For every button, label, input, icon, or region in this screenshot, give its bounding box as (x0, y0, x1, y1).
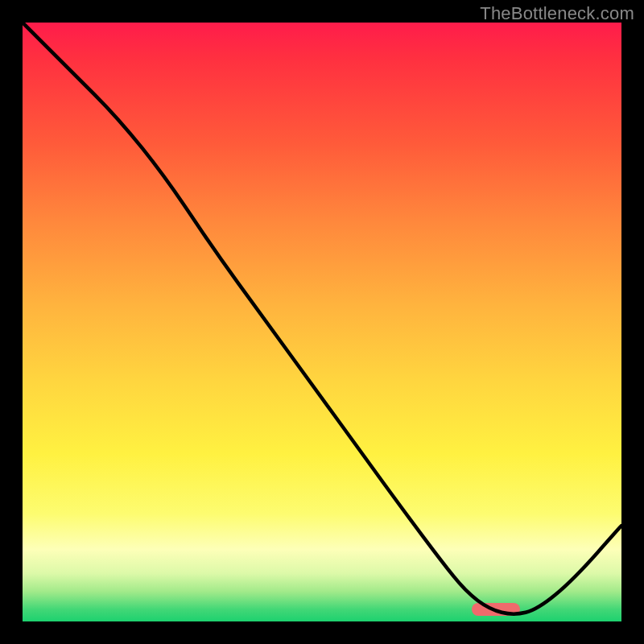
bottleneck-curve-path (23, 23, 621, 614)
chart-plot-area (23, 23, 621, 621)
attribution-text: TheBottleneck.com (480, 3, 634, 24)
bottleneck-curve-svg (23, 23, 621, 621)
